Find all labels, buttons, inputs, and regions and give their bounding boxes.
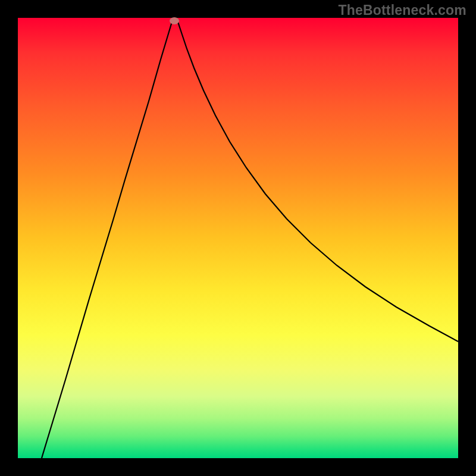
bottleneck-curve bbox=[18, 18, 458, 458]
curve-right-branch bbox=[176, 18, 458, 342]
curve-left-branch bbox=[42, 18, 173, 458]
optimum-marker bbox=[170, 17, 179, 24]
watermark-text: TheBottleneck.com bbox=[338, 2, 466, 18]
chart-panel bbox=[18, 18, 458, 458]
